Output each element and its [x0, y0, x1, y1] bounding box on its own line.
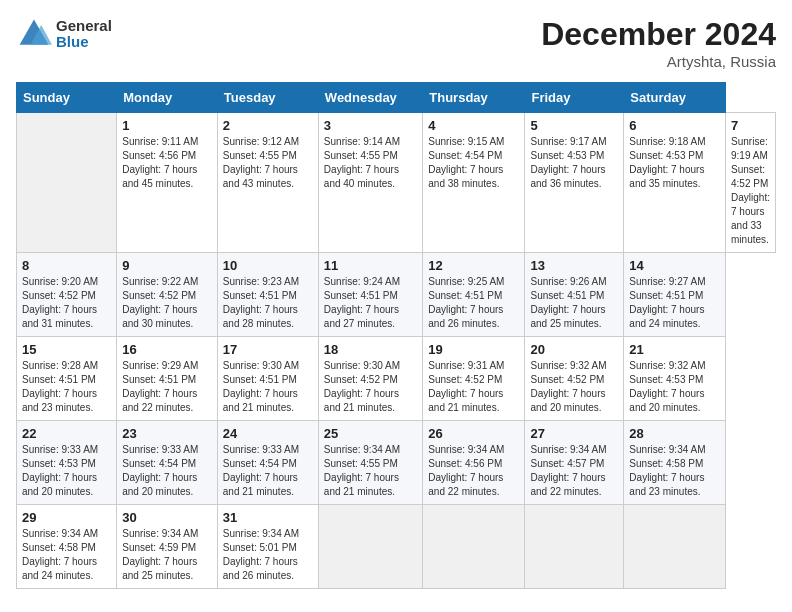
day-number: 24	[223, 426, 313, 441]
calendar-cell: 10Sunrise: 9:23 AMSunset: 4:51 PMDayligh…	[217, 253, 318, 337]
day-info: Sunrise: 9:33 AMSunset: 4:54 PMDaylight:…	[122, 443, 212, 499]
calendar-cell: 13Sunrise: 9:26 AMSunset: 4:51 PMDayligh…	[525, 253, 624, 337]
day-number: 2	[223, 118, 313, 133]
day-number: 25	[324, 426, 417, 441]
calendar-table: SundayMondayTuesdayWednesdayThursdayFrid…	[16, 82, 776, 589]
calendar-header-row: SundayMondayTuesdayWednesdayThursdayFrid…	[17, 83, 776, 113]
day-number: 20	[530, 342, 618, 357]
calendar-cell: 27Sunrise: 9:34 AMSunset: 4:57 PMDayligh…	[525, 421, 624, 505]
logo-blue: Blue	[56, 34, 112, 51]
calendar-cell: 24Sunrise: 9:33 AMSunset: 4:54 PMDayligh…	[217, 421, 318, 505]
calendar-cell: 20Sunrise: 9:32 AMSunset: 4:52 PMDayligh…	[525, 337, 624, 421]
day-info: Sunrise: 9:20 AMSunset: 4:52 PMDaylight:…	[22, 275, 111, 331]
day-info: Sunrise: 9:34 AMSunset: 4:59 PMDaylight:…	[122, 527, 212, 583]
day-info: Sunrise: 9:30 AMSunset: 4:52 PMDaylight:…	[324, 359, 417, 415]
day-number: 10	[223, 258, 313, 273]
day-number: 3	[324, 118, 417, 133]
week-row-5: 29Sunrise: 9:34 AMSunset: 4:58 PMDayligh…	[17, 505, 776, 589]
logo-general: General	[56, 18, 112, 35]
day-info: Sunrise: 9:18 AMSunset: 4:53 PMDaylight:…	[629, 135, 720, 191]
calendar-cell: 25Sunrise: 9:34 AMSunset: 4:55 PMDayligh…	[318, 421, 422, 505]
day-number: 29	[22, 510, 111, 525]
day-number: 18	[324, 342, 417, 357]
calendar-cell: 11Sunrise: 9:24 AMSunset: 4:51 PMDayligh…	[318, 253, 422, 337]
calendar-cell: 17Sunrise: 9:30 AMSunset: 4:51 PMDayligh…	[217, 337, 318, 421]
day-info: Sunrise: 9:31 AMSunset: 4:52 PMDaylight:…	[428, 359, 519, 415]
calendar-cell: 5Sunrise: 9:17 AMSunset: 4:53 PMDaylight…	[525, 113, 624, 253]
week-row-3: 15Sunrise: 9:28 AMSunset: 4:51 PMDayligh…	[17, 337, 776, 421]
header-wednesday: Wednesday	[318, 83, 422, 113]
day-info: Sunrise: 9:33 AMSunset: 4:54 PMDaylight:…	[223, 443, 313, 499]
location-subtitle: Artyshta, Russia	[541, 53, 776, 70]
day-info: Sunrise: 9:34 AMSunset: 4:56 PMDaylight:…	[428, 443, 519, 499]
day-number: 6	[629, 118, 720, 133]
calendar-cell: 8Sunrise: 9:20 AMSunset: 4:52 PMDaylight…	[17, 253, 117, 337]
calendar-cell: 3Sunrise: 9:14 AMSunset: 4:55 PMDaylight…	[318, 113, 422, 253]
day-info: Sunrise: 9:17 AMSunset: 4:53 PMDaylight:…	[530, 135, 618, 191]
day-info: Sunrise: 9:29 AMSunset: 4:51 PMDaylight:…	[122, 359, 212, 415]
calendar-cell: 29Sunrise: 9:34 AMSunset: 4:58 PMDayligh…	[17, 505, 117, 589]
day-info: Sunrise: 9:19 AMSunset: 4:52 PMDaylight:…	[731, 135, 770, 247]
header-tuesday: Tuesday	[217, 83, 318, 113]
day-number: 12	[428, 258, 519, 273]
header-friday: Friday	[525, 83, 624, 113]
day-number: 8	[22, 258, 111, 273]
calendar-cell	[318, 505, 422, 589]
day-info: Sunrise: 9:34 AMSunset: 4:58 PMDaylight:…	[22, 527, 111, 583]
calendar-cell: 16Sunrise: 9:29 AMSunset: 4:51 PMDayligh…	[117, 337, 218, 421]
calendar-cell: 1Sunrise: 9:11 AMSunset: 4:56 PMDaylight…	[117, 113, 218, 253]
day-info: Sunrise: 9:34 AMSunset: 4:57 PMDaylight:…	[530, 443, 618, 499]
day-number: 13	[530, 258, 618, 273]
day-number: 16	[122, 342, 212, 357]
day-info: Sunrise: 9:14 AMSunset: 4:55 PMDaylight:…	[324, 135, 417, 191]
day-info: Sunrise: 9:34 AMSunset: 4:55 PMDaylight:…	[324, 443, 417, 499]
day-info: Sunrise: 9:32 AMSunset: 4:53 PMDaylight:…	[629, 359, 720, 415]
calendar-cell: 28Sunrise: 9:34 AMSunset: 4:58 PMDayligh…	[624, 421, 726, 505]
day-number: 7	[731, 118, 770, 133]
month-year-title: December 2024	[541, 16, 776, 53]
title-block: December 2024 Artyshta, Russia	[541, 16, 776, 70]
calendar-cell: 23Sunrise: 9:33 AMSunset: 4:54 PMDayligh…	[117, 421, 218, 505]
week-row-2: 8Sunrise: 9:20 AMSunset: 4:52 PMDaylight…	[17, 253, 776, 337]
week-row-1: 1Sunrise: 9:11 AMSunset: 4:56 PMDaylight…	[17, 113, 776, 253]
day-number: 27	[530, 426, 618, 441]
day-info: Sunrise: 9:22 AMSunset: 4:52 PMDaylight:…	[122, 275, 212, 331]
day-number: 1	[122, 118, 212, 133]
calendar-cell	[423, 505, 525, 589]
day-info: Sunrise: 9:24 AMSunset: 4:51 PMDaylight:…	[324, 275, 417, 331]
day-info: Sunrise: 9:33 AMSunset: 4:53 PMDaylight:…	[22, 443, 111, 499]
calendar-cell: 21Sunrise: 9:32 AMSunset: 4:53 PMDayligh…	[624, 337, 726, 421]
day-info: Sunrise: 9:27 AMSunset: 4:51 PMDaylight:…	[629, 275, 720, 331]
calendar-cell: 31Sunrise: 9:34 AMSunset: 5:01 PMDayligh…	[217, 505, 318, 589]
calendar-cell: 18Sunrise: 9:30 AMSunset: 4:52 PMDayligh…	[318, 337, 422, 421]
calendar-cell: 19Sunrise: 9:31 AMSunset: 4:52 PMDayligh…	[423, 337, 525, 421]
week-row-4: 22Sunrise: 9:33 AMSunset: 4:53 PMDayligh…	[17, 421, 776, 505]
day-number: 30	[122, 510, 212, 525]
calendar-body: 1Sunrise: 9:11 AMSunset: 4:56 PMDaylight…	[17, 113, 776, 589]
header-saturday: Saturday	[624, 83, 726, 113]
calendar-cell	[525, 505, 624, 589]
calendar-cell: 9Sunrise: 9:22 AMSunset: 4:52 PMDaylight…	[117, 253, 218, 337]
day-info: Sunrise: 9:30 AMSunset: 4:51 PMDaylight:…	[223, 359, 313, 415]
page-header: General Blue December 2024 Artyshta, Rus…	[16, 16, 776, 70]
day-number: 23	[122, 426, 212, 441]
calendar-cell: 2Sunrise: 9:12 AMSunset: 4:55 PMDaylight…	[217, 113, 318, 253]
day-info: Sunrise: 9:12 AMSunset: 4:55 PMDaylight:…	[223, 135, 313, 191]
day-number: 31	[223, 510, 313, 525]
header-monday: Monday	[117, 83, 218, 113]
day-number: 15	[22, 342, 111, 357]
calendar-cell: 22Sunrise: 9:33 AMSunset: 4:53 PMDayligh…	[17, 421, 117, 505]
day-info: Sunrise: 9:26 AMSunset: 4:51 PMDaylight:…	[530, 275, 618, 331]
day-info: Sunrise: 9:11 AMSunset: 4:56 PMDaylight:…	[122, 135, 212, 191]
header-thursday: Thursday	[423, 83, 525, 113]
calendar-cell: 12Sunrise: 9:25 AMSunset: 4:51 PMDayligh…	[423, 253, 525, 337]
calendar-cell: 4Sunrise: 9:15 AMSunset: 4:54 PMDaylight…	[423, 113, 525, 253]
logo-text: General Blue	[56, 18, 112, 51]
calendar-cell	[17, 113, 117, 253]
day-number: 11	[324, 258, 417, 273]
calendar-cell: 7Sunrise: 9:19 AMSunset: 4:52 PMDaylight…	[726, 113, 776, 253]
day-number: 14	[629, 258, 720, 273]
calendar-cell: 26Sunrise: 9:34 AMSunset: 4:56 PMDayligh…	[423, 421, 525, 505]
logo: General Blue	[16, 16, 112, 52]
calendar-cell: 6Sunrise: 9:18 AMSunset: 4:53 PMDaylight…	[624, 113, 726, 253]
